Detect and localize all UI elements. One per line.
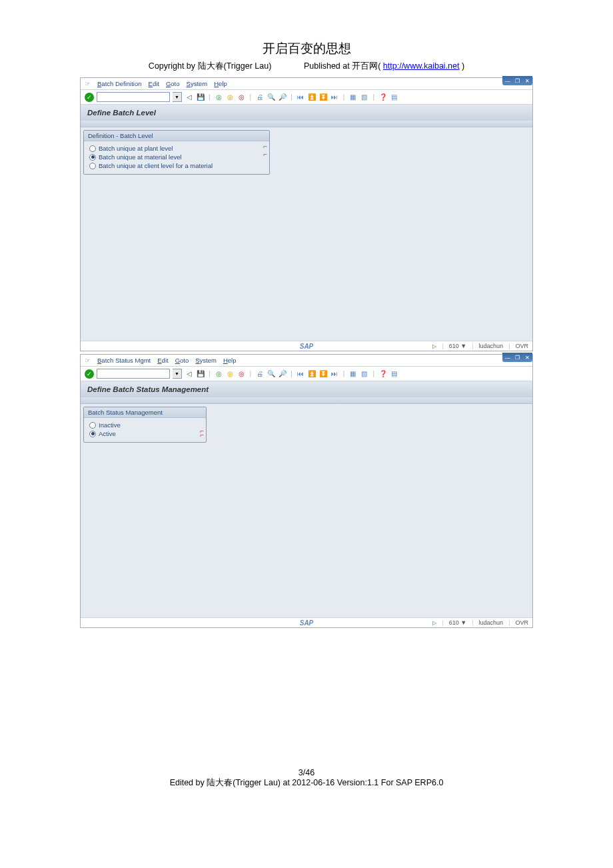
menu-doc-icon[interactable]: ☞: [85, 80, 91, 87]
published-prefix: Published at 开百网(: [304, 61, 383, 71]
page-first-icon[interactable]: ⏮: [297, 93, 305, 101]
group-batch-status: Batch Status Management ⌐ ⌐ Inactive Act…: [83, 407, 207, 443]
page-number: 3/46: [13, 768, 600, 777]
separator: |: [209, 370, 211, 377]
shortcut-icon[interactable]: ▧: [360, 369, 368, 378]
kaibai-link[interactable]: http://www.kaibai.net: [383, 61, 460, 71]
maximize-icon[interactable]: ❐: [515, 78, 520, 84]
page-first-icon[interactable]: ⏮: [297, 369, 305, 378]
screen-title: Define Batch Level: [81, 105, 532, 121]
enter-icon[interactable]: ✓: [85, 369, 94, 379]
sap-logo: SAP: [300, 343, 314, 350]
nav-exit-icon[interactable]: ◎: [226, 369, 235, 378]
menu-batch-definition[interactable]: Batch Definition: [97, 80, 142, 87]
layout-icon[interactable]: ▤: [390, 369, 398, 378]
sap-window-batch-level: — ❐ ✕ ☞ Batch Definition Edit Goto Syste…: [80, 77, 533, 351]
radio-icon: [89, 154, 96, 161]
radio-label: Batch unique at plant level: [99, 145, 173, 152]
enter-icon[interactable]: ✓: [85, 93, 94, 102]
radio-icon: [89, 431, 96, 437]
status-arrow-icon[interactable]: ▷: [432, 620, 436, 626]
menu-bar: ☞ Batch Definition Edit Goto System Help: [81, 78, 532, 90]
radio-material-level[interactable]: Batch unique at material level: [89, 153, 264, 161]
back-icon[interactable]: ◁: [185, 369, 193, 378]
menu-doc-icon[interactable]: ☞: [85, 357, 91, 364]
command-field[interactable]: [97, 369, 170, 379]
sub-band: [81, 397, 532, 404]
nav-back-icon[interactable]: ◎: [215, 93, 223, 101]
radio-icon: [89, 422, 96, 429]
find-icon[interactable]: 🔍: [267, 93, 275, 101]
menu-bar: ☞ Batch Status Mgmt Edit Goto System Hel…: [81, 355, 532, 367]
nav-cancel-icon[interactable]: ◎: [237, 369, 246, 378]
window-controls: — ❐ ✕: [502, 353, 532, 362]
separator: |: [343, 370, 345, 377]
session-icon[interactable]: ▦: [348, 369, 357, 378]
maximize-icon[interactable]: ❐: [515, 355, 520, 361]
separator: |: [343, 93, 345, 101]
print-icon[interactable]: 🖨: [255, 93, 264, 101]
close-icon[interactable]: ✕: [525, 355, 530, 361]
close-icon[interactable]: ✕: [525, 78, 530, 84]
copyright-author: Copyright by 陆大春(Trigger Lau): [149, 61, 271, 71]
find-next-icon[interactable]: 🔎: [278, 93, 287, 101]
corner-mark-top: ⌐: [263, 143, 267, 150]
group-header: Batch Status Management: [84, 407, 206, 418]
screen-title: Define Batch Status Management: [81, 381, 532, 397]
radio-plant-level[interactable]: Batch unique at plant level: [89, 144, 264, 153]
separator: |: [372, 93, 374, 101]
sap-logo: SAP: [300, 619, 314, 627]
menu-help[interactable]: Help: [214, 80, 227, 87]
menu-edit[interactable]: Edit: [157, 357, 168, 364]
page-last-icon[interactable]: ⏭: [330, 93, 339, 101]
radio-client-level[interactable]: Batch unique at client level for a mater…: [89, 161, 264, 170]
help-icon[interactable]: ❓: [378, 369, 387, 378]
menu-goto[interactable]: Goto: [175, 357, 189, 364]
separator: |: [291, 370, 293, 377]
radio-icon: [89, 163, 96, 169]
separator: |: [250, 93, 252, 101]
help-icon[interactable]: ❓: [378, 93, 387, 101]
minimize-icon[interactable]: —: [505, 78, 510, 84]
save-icon[interactable]: 💾: [196, 93, 205, 101]
command-dropdown-icon[interactable]: ▼: [173, 369, 182, 379]
menu-system[interactable]: System: [187, 80, 208, 87]
page-down-icon[interactable]: ⏬: [319, 93, 328, 101]
nav-back-icon[interactable]: ◎: [215, 369, 223, 378]
radio-inactive[interactable]: Inactive: [89, 421, 201, 429]
radio-active[interactable]: Active: [89, 429, 201, 438]
toolbar: ✓ ▼ ◁ 💾 | ◎ ◎ ◎ | 🖨 🔍 🔎 | ⏮ ⏫ ⏬ ⏭ | ▦ ▧ …: [81, 367, 532, 381]
menu-goto[interactable]: Goto: [166, 80, 180, 87]
shortcut-icon[interactable]: ▧: [360, 93, 368, 101]
minimize-icon[interactable]: —: [505, 355, 510, 361]
status-arrow-icon[interactable]: ▷: [432, 343, 436, 349]
command-dropdown-icon[interactable]: ▼: [173, 92, 182, 102]
content-area: Definition - Batch Level ⌐ ⌐ Batch uniqu…: [81, 127, 532, 341]
nav-cancel-icon[interactable]: ◎: [237, 93, 246, 101]
content-area: Batch Status Management ⌐ ⌐ Inactive Act…: [81, 404, 532, 617]
status-bar: SAP ▷ | 610 ▼ | ludachun | OVR: [81, 341, 532, 351]
find-icon[interactable]: 🔍: [267, 369, 275, 378]
menu-batch-status-mgmt[interactable]: Batch Status Mgmt: [97, 357, 151, 364]
page-last-icon[interactable]: ⏭: [330, 369, 339, 378]
page-down-icon[interactable]: ⏬: [319, 369, 328, 378]
find-next-icon[interactable]: 🔎: [278, 369, 287, 378]
menu-help[interactable]: Help: [223, 357, 237, 364]
status-mode: OVR: [515, 343, 528, 349]
back-icon[interactable]: ◁: [185, 93, 193, 101]
page-up-icon[interactable]: ⏫: [308, 369, 316, 378]
session-icon[interactable]: ▦: [348, 93, 357, 101]
save-icon[interactable]: 💾: [196, 369, 205, 378]
page-up-icon[interactable]: ⏫: [308, 93, 316, 101]
status-user: ludachun: [479, 619, 504, 626]
link-suffix: ): [460, 61, 465, 71]
layout-icon[interactable]: ▤: [390, 93, 398, 101]
radio-label: Batch unique at material level: [99, 153, 182, 161]
radio-label: Inactive: [99, 421, 121, 429]
nav-exit-icon[interactable]: ◎: [226, 93, 235, 101]
window-controls: — ❐ ✕: [502, 76, 532, 85]
print-icon[interactable]: 🖨: [255, 369, 264, 378]
menu-system[interactable]: System: [195, 357, 217, 364]
menu-edit[interactable]: Edit: [149, 80, 159, 87]
command-field[interactable]: [97, 92, 170, 102]
